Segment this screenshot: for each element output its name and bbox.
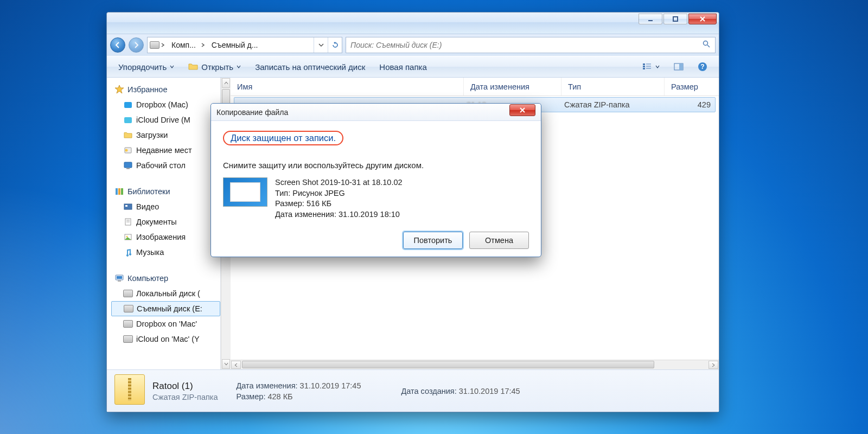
dialog-title: Копирование файла bbox=[216, 108, 288, 117]
sidebar-item-video[interactable]: Видео bbox=[111, 199, 220, 214]
svg-point-19 bbox=[125, 149, 128, 152]
computer-icon bbox=[114, 273, 124, 283]
svg-rect-1 bbox=[673, 17, 678, 21]
open-label: Открыть bbox=[201, 62, 233, 72]
dialog-file-name: Screen Shot 2019-10-31 at 18.10.02 bbox=[275, 177, 403, 188]
sidebar-favorites[interactable]: Избранное bbox=[111, 82, 220, 97]
address-dropdown-button[interactable] bbox=[314, 37, 328, 53]
svg-rect-8 bbox=[643, 68, 645, 69]
music-icon bbox=[123, 247, 133, 257]
col-size[interactable]: Размер bbox=[665, 78, 719, 95]
nav-pane: Избранное Dropbox (Mac) iCloud Drive (M … bbox=[107, 78, 221, 369]
view-button[interactable] bbox=[636, 60, 666, 73]
label: Dropbox (Mac) bbox=[136, 100, 188, 109]
cancel-button[interactable]: Отмена bbox=[469, 232, 529, 249]
dropbox-icon bbox=[123, 100, 133, 110]
address-box[interactable]: Комп... Съемный д... bbox=[147, 37, 342, 53]
svg-text:?: ? bbox=[700, 63, 704, 71]
label: iCloud Drive (M bbox=[136, 116, 190, 124]
close-button[interactable] bbox=[688, 14, 717, 24]
label: Музыка bbox=[136, 248, 164, 257]
sidebar-item-dropbox[interactable]: Dropbox (Mac) bbox=[111, 97, 220, 112]
sidebar-item-recent[interactable]: Недавние мест bbox=[111, 143, 220, 158]
refresh-button[interactable] bbox=[328, 37, 342, 53]
nav-forward-button[interactable] bbox=[129, 37, 144, 53]
file-size: 429 bbox=[667, 100, 715, 109]
svg-rect-20 bbox=[124, 162, 132, 168]
sidebar-item-music[interactable]: Музыка bbox=[111, 245, 220, 260]
scroll-thumb[interactable] bbox=[242, 361, 654, 368]
new-folder-button[interactable]: Новая папка bbox=[373, 60, 432, 74]
sidebar-item-icloud[interactable]: iCloud Drive (M bbox=[111, 112, 220, 127]
network-drive-icon bbox=[123, 334, 133, 344]
file-thumbnail bbox=[223, 177, 267, 207]
folder-icon bbox=[188, 62, 198, 72]
scroll-down-button[interactable] bbox=[222, 359, 230, 369]
col-name[interactable]: Имя bbox=[231, 78, 464, 95]
breadcrumb-computer[interactable]: Комп... bbox=[167, 37, 200, 53]
col-date[interactable]: Дата изменения bbox=[464, 78, 561, 95]
documents-icon bbox=[123, 217, 133, 227]
organize-button[interactable]: Упорядочить bbox=[112, 60, 180, 74]
horizontal-scrollbar[interactable] bbox=[231, 360, 719, 369]
svg-rect-7 bbox=[643, 66, 645, 67]
drive-icon bbox=[150, 40, 159, 50]
dialog-title-bar[interactable]: Копирование файла bbox=[211, 104, 541, 121]
burn-button[interactable]: Записать на оптический диск bbox=[249, 60, 371, 74]
maximize-button[interactable] bbox=[663, 14, 687, 24]
label: iCloud on 'Mac' (Y bbox=[136, 335, 200, 343]
scroll-right-button[interactable] bbox=[709, 361, 718, 369]
sidebar-libraries[interactable]: Библиотеки bbox=[111, 184, 220, 199]
search-icon[interactable] bbox=[702, 40, 711, 50]
svg-rect-6 bbox=[643, 63, 645, 65]
label: Компьютер bbox=[127, 274, 168, 283]
retry-button[interactable]: Повторить bbox=[403, 232, 463, 249]
folder-icon bbox=[123, 130, 133, 140]
copy-error-dialog: Копирование файла Диск защищен от записи… bbox=[210, 103, 541, 257]
nav-back-button[interactable] bbox=[110, 37, 125, 53]
label: Избранное bbox=[127, 85, 167, 94]
sidebar-item-dropbox-mac[interactable]: Dropbox on 'Mac' bbox=[111, 316, 220, 331]
svg-rect-23 bbox=[118, 188, 120, 195]
sidebar-item-icloud-mac[interactable]: iCloud on 'Mac' (Y bbox=[111, 331, 220, 347]
search-input[interactable] bbox=[350, 41, 702, 49]
sidebar-item-local-disk[interactable]: Локальный диск ( bbox=[111, 286, 220, 301]
details-name: Ratool (1) bbox=[152, 381, 218, 392]
title-bar[interactable] bbox=[107, 12, 719, 34]
sidebar-item-documents[interactable]: Документы bbox=[111, 214, 220, 229]
network-drive-icon bbox=[123, 319, 133, 329]
open-button[interactable]: Открыть bbox=[182, 59, 247, 74]
details-pane: Ratool (1) Сжатая ZIP-папка Дата изменен… bbox=[107, 369, 719, 412]
svg-rect-16 bbox=[124, 102, 132, 108]
scroll-up-button[interactable] bbox=[222, 78, 230, 88]
svg-rect-17 bbox=[124, 117, 132, 123]
minimize-button[interactable] bbox=[639, 14, 662, 24]
chevron-right-icon[interactable] bbox=[200, 37, 207, 53]
recent-icon bbox=[123, 145, 133, 155]
sidebar-item-removable-disk[interactable]: Съемный диск (E: bbox=[111, 301, 220, 316]
sidebar-item-downloads[interactable]: Загрузки bbox=[111, 127, 220, 143]
libraries-icon bbox=[114, 187, 124, 196]
details-date-mod-label: Дата изменения: bbox=[237, 381, 298, 390]
desktop-icon bbox=[123, 161, 133, 170]
chevron-right-icon[interactable] bbox=[159, 37, 167, 53]
search-box[interactable] bbox=[346, 37, 716, 53]
icloud-icon bbox=[123, 115, 133, 125]
dialog-close-button[interactable] bbox=[509, 104, 535, 116]
sidebar-computer[interactable]: Компьютер bbox=[111, 271, 220, 286]
organize-label: Упорядочить bbox=[118, 62, 167, 72]
help-button[interactable]: ? bbox=[692, 59, 713, 74]
preview-pane-button[interactable] bbox=[668, 60, 690, 73]
label: Изображения bbox=[136, 233, 186, 241]
col-type[interactable]: Тип bbox=[561, 78, 665, 95]
zip-icon bbox=[114, 374, 145, 405]
svg-rect-34 bbox=[118, 280, 121, 282]
breadcrumb-removable[interactable]: Съемный д... bbox=[207, 37, 262, 53]
sidebar-item-desktop[interactable]: Рабочий стол bbox=[111, 158, 220, 173]
label: Съемный диск (E: bbox=[137, 304, 202, 313]
sidebar-item-images[interactable]: Изображения bbox=[111, 229, 220, 245]
label: Недавние мест bbox=[136, 146, 192, 155]
scroll-left-button[interactable] bbox=[231, 361, 241, 369]
command-bar: Упорядочить Открыть Записать на оптическ… bbox=[107, 56, 719, 78]
label: Библиотеки bbox=[127, 187, 170, 196]
